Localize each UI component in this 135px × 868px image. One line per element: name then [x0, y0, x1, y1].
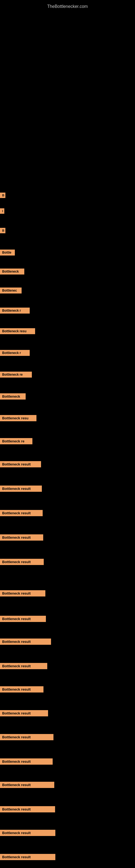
bottleneck-result-label: Bottleneck result	[0, 758, 53, 765]
bottleneck-result-label: Bottleneck	[0, 269, 24, 275]
bottleneck-result-label: Bottlenec	[0, 287, 21, 293]
bottleneck-result-label: Bottleneck result	[0, 710, 48, 716]
bottleneck-result-label: Bottleneck	[0, 393, 26, 400]
bottleneck-result-label: Bottleneck resu	[0, 328, 35, 334]
bottleneck-result-label: Bottleneck result	[0, 639, 51, 645]
bottleneck-result-label: B	[0, 193, 5, 198]
bottleneck-result-label: Bottleneck r	[0, 308, 30, 314]
bottleneck-result-label: Bottleneck result	[0, 782, 54, 788]
bottleneck-result-label: Bottleneck result	[0, 734, 53, 740]
bottleneck-result-label: Bottleneck result	[0, 854, 55, 860]
bottleneck-result-label: Bottleneck re	[0, 438, 32, 444]
bottleneck-result-label: Bottleneck r	[0, 350, 30, 356]
bottleneck-result-label: l	[0, 208, 4, 214]
bottleneck-result-label: Bottleneck result	[0, 590, 45, 596]
bottleneck-result-label: Bottleneck result	[0, 663, 47, 669]
bottleneck-result-label: Bottleneck result	[0, 534, 43, 540]
bottleneck-result-label: Bottleneck result	[0, 461, 41, 467]
site-title: TheBottlenecker.com	[0, 1, 135, 12]
bottleneck-result-label: Bottleneck result	[0, 806, 55, 812]
bottleneck-result-label: Bottleneck result	[0, 559, 44, 565]
bottleneck-result-label: Bottle	[0, 250, 15, 255]
bottleneck-result-label: Bottleneck result	[0, 486, 42, 492]
bottleneck-result-label: Bottleneck result	[0, 830, 55, 836]
bottleneck-result-label: Bottleneck result	[0, 686, 43, 692]
bottleneck-result-label: Bottleneck result	[0, 616, 46, 622]
bottleneck-result-label: Bottleneck result	[0, 510, 43, 516]
bottleneck-result-label: Bottleneck re	[0, 372, 32, 378]
bottleneck-result-label: B	[0, 228, 5, 233]
bottleneck-result-label: Bottleneck resu	[0, 415, 37, 421]
